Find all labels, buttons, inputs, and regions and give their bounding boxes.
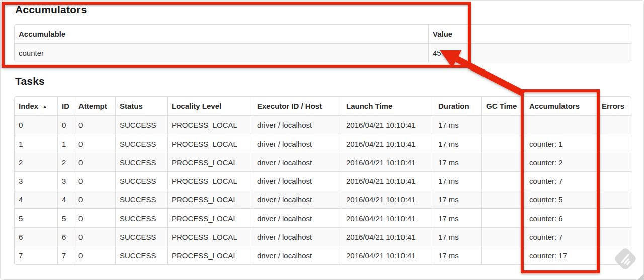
task-cell: 0 [74,246,115,264]
task-row: 110SUCCESSPROCESS_LOCALdriver / localhos… [15,134,631,153]
column-header-index[interactable]: Index▲ [15,97,57,115]
task-cell [525,115,597,134]
cursor-corner-shape [637,274,644,280]
column-header-locality-level[interactable]: Locality Level [167,97,253,115]
task-cell: PROCESS_LOCAL [167,115,253,134]
task-cell: 17 ms [434,190,481,208]
task-cell [481,190,525,208]
column-header-executor-id-host[interactable]: Executor ID / Host [253,97,342,115]
task-cell: driver / localhost [253,246,342,264]
task-cell: 7 [15,246,57,264]
task-cell: 5 [15,208,57,227]
task-row: 330SUCCESSPROCESS_LOCALdriver / localhos… [15,171,631,190]
task-cell: 7 [57,246,74,264]
task-cell: 0 [74,190,115,208]
column-header-errors[interactable]: Errors [597,97,631,115]
column-header-attempt[interactable]: Attempt [74,97,115,115]
column-header-index-label: Index [19,102,38,110]
spark-ui-stage-page: Accumulators Accumulable Value counter 4… [0,0,644,280]
task-cell: 0 [74,227,115,246]
tasks-table: Index▲ ID Attempt Status Locality Level … [14,96,631,265]
task-cell: 2016/04/21 10:10:41 [342,190,434,208]
task-cell: PROCESS_LOCAL [167,246,253,264]
task-cell: 0 [74,171,115,190]
task-cell [597,115,631,134]
task-cell: 2016/04/21 10:10:41 [342,171,434,190]
task-cell [597,190,631,208]
accumulable-name-cell: counter [15,43,428,62]
task-cell: counter: 7 [525,171,597,190]
tasks-table-body: 000SUCCESSPROCESS_LOCALdriver / localhos… [15,115,631,264]
task-cell: counter: 17 [525,246,597,264]
task-cell: 1 [57,134,74,153]
task-cell: 1 [15,134,57,153]
column-header-status[interactable]: Status [115,97,167,115]
task-cell: driver / localhost [253,227,342,246]
task-cell: 2016/04/21 10:10:41 [342,153,434,171]
sort-ascending-icon: ▲ [42,104,47,109]
task-cell: SUCCESS [115,246,167,264]
task-cell [481,208,525,227]
column-header-id[interactable]: ID [57,97,74,115]
task-cell: 17 ms [434,246,481,264]
task-cell: PROCESS_LOCAL [167,227,253,246]
task-cell: 2016/04/21 10:10:41 [342,227,434,246]
task-cell [597,134,631,153]
task-cell [481,227,525,246]
tasks-heading: Tasks [15,75,45,87]
column-header-launch-time[interactable]: Launch Time [342,97,434,115]
column-header-gc-time[interactable]: GC Time [481,97,525,115]
accumulators-table: Accumulable Value counter 45 [14,24,631,62]
accumulator-row: counter 45 [15,43,631,62]
task-cell: driver / localhost [253,153,342,171]
task-cell: 2 [15,153,57,171]
task-cell [481,246,525,264]
task-cell: 17 ms [434,153,481,171]
task-cell: PROCESS_LOCAL [167,153,253,171]
accumulators-header-row: Accumulable Value [15,25,631,43]
accumulators-heading: Accumulators [15,4,87,16]
task-cell [597,246,631,264]
task-cell: 0 [74,208,115,227]
task-cell: driver / localhost [253,171,342,190]
task-cell: 17 ms [434,171,481,190]
task-cell: SUCCESS [115,227,167,246]
task-cell: driver / localhost [253,115,342,134]
tasks-header-row: Index▲ ID Attempt Status Locality Level … [15,97,631,115]
task-row: 220SUCCESSPROCESS_LOCALdriver / localhos… [15,153,631,171]
task-cell [481,153,525,171]
task-cell: PROCESS_LOCAL [167,134,253,153]
task-row: 660SUCCESSPROCESS_LOCALdriver / localhos… [15,227,631,246]
task-cell: driver / localhost [253,208,342,227]
task-cell: 3 [15,171,57,190]
task-cell: SUCCESS [115,134,167,153]
task-cell: 6 [57,227,74,246]
task-cell [597,227,631,246]
task-row: 000SUCCESSPROCESS_LOCALdriver / localhos… [15,115,631,134]
column-header-duration[interactable]: Duration [434,97,481,115]
task-cell: SUCCESS [115,153,167,171]
task-cell: PROCESS_LOCAL [167,190,253,208]
task-cell: 0 [74,134,115,153]
task-cell [597,171,631,190]
task-cell: 17 ms [434,115,481,134]
task-cell: 2016/04/21 10:10:41 [342,246,434,264]
accumulable-value-cell: 45 [428,43,631,62]
task-cell [481,134,525,153]
task-cell: counter: 6 [525,208,597,227]
value-column-header: Value [428,25,631,43]
task-cell: counter: 5 [525,190,597,208]
task-cell: SUCCESS [115,190,167,208]
task-cell: SUCCESS [115,171,167,190]
task-cell [597,208,631,227]
task-cell: 4 [15,190,57,208]
task-cell: 6 [15,227,57,246]
task-row: 550SUCCESSPROCESS_LOCALdriver / localhos… [15,208,631,227]
task-cell: counter: 2 [525,153,597,171]
task-cell: 2016/04/21 10:10:41 [342,134,434,153]
task-cell: SUCCESS [115,115,167,134]
task-row: 770SUCCESSPROCESS_LOCALdriver / localhos… [15,246,631,264]
column-header-accumulators[interactable]: Accumulators [525,97,597,115]
task-cell [481,171,525,190]
task-cell: 0 [74,153,115,171]
